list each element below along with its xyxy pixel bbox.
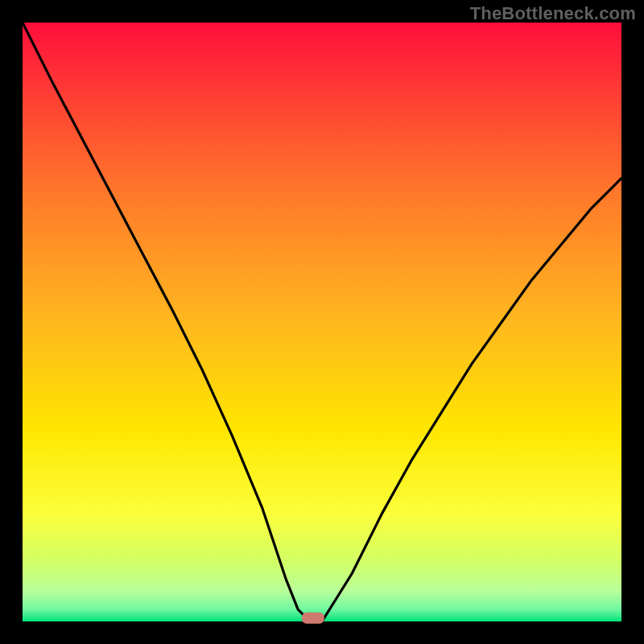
plot-background bbox=[23, 23, 621, 621]
watermark-text: TheBottleneck.com bbox=[470, 3, 636, 24]
bottleneck-curve-chart bbox=[0, 0, 644, 644]
optimal-point-marker bbox=[302, 613, 324, 624]
chart-frame: TheBottleneck.com bbox=[0, 0, 644, 644]
